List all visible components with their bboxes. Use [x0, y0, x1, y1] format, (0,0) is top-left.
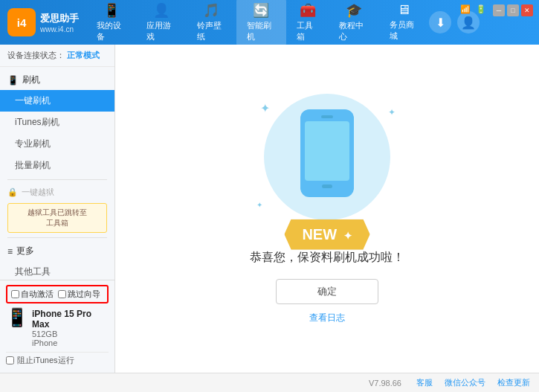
nav-item-toolbox[interactable]: 🧰 工具箱 [286, 0, 329, 46]
phone-home-button [322, 184, 332, 188]
nav-item-merchant[interactable]: 🖥 务员商城 [379, 0, 429, 46]
sidebar-item-batch-brush[interactable]: 批量刷机 [0, 155, 114, 176]
close-button[interactable]: ✕ [521, 4, 533, 16]
logo-text: 爱思助手 www.i4.cn [40, 12, 79, 33]
success-illustration: ✦ ✦ ✦ NEW ✦ [253, 94, 401, 250]
itunes-bar[interactable]: 阻止iTunes运行 [6, 352, 109, 368]
new-badge: NEW ✦ [284, 219, 369, 250]
sidebar-bottom: 自动激活 跳过向导 📱 iPhone 15 Pro Max 512GB iPho… [0, 280, 114, 373]
success-message: 恭喜您，保资料刷机成功啦！ [250, 250, 404, 266]
time-guide-checkbox[interactable] [58, 290, 66, 298]
nav-item-my-device[interactable]: 📱 我的设备 [86, 0, 136, 46]
itunes-checkbox[interactable] [6, 356, 14, 364]
device-status: 设备连接状态： 正常模式 [0, 45, 114, 67]
device-phone-icon: 📱 [6, 309, 28, 327]
jailbreak-notice: 越狱工具已跳转至工具箱 [7, 203, 107, 233]
device-storage: 512GB [32, 330, 109, 338]
brush-section-header[interactable]: 📱 刷机 [0, 70, 114, 90]
window-controls: 📶 🔋 ─ □ ✕ [460, 4, 533, 16]
log-link[interactable]: 查看日志 [309, 312, 345, 324]
phone-screen [305, 121, 349, 181]
main-nav: 📱 我的设备 👤 应用游戏 🎵 铃声壁纸 🔄 智能刷机 🧰 工具箱 🎓 教程中心… [86, 0, 429, 46]
device-type: iPhone [32, 338, 109, 347]
nav-item-ringtones[interactable]: 🎵 铃声壁纸 [187, 0, 236, 46]
device-info: 📱 iPhone 15 Pro Max 512GB iPhone [6, 307, 109, 349]
phone-camera [321, 115, 333, 118]
nav-item-apps-games[interactable]: 👤 应用游戏 [136, 0, 186, 46]
brush-section: 📱 刷机 一键刷机 iTunes刷机 专业刷机 批量刷机 [0, 67, 114, 176]
sparkle-top-left-icon: ✦ [260, 101, 270, 115]
sidebar-item-itunes-brush[interactable]: iTunes刷机 [0, 112, 114, 133]
sidebar-item-other-tools[interactable]: 其他工具 [0, 261, 114, 280]
device-name: iPhone 15 Pro Max [32, 309, 109, 330]
wifi-icon: 📶 [460, 4, 471, 16]
minimize-button[interactable]: ─ [493, 4, 505, 16]
sparkle-top-right-icon: ✦ [388, 107, 396, 118]
device-details: iPhone 15 Pro Max 512GB iPhone [32, 309, 109, 347]
sidebar: 设备连接状态： 正常模式 📱 刷机 一键刷机 iTunes刷机 专业刷机 批量刷… [0, 45, 115, 373]
sidebar-item-one-click-brush[interactable]: 一键刷机 [0, 90, 114, 112]
download-button[interactable]: ⬇ [429, 11, 451, 33]
footer: V7.98.66 客服 微信公众号 检查更新 [0, 373, 539, 392]
nav-item-smart-brush[interactable]: 🔄 智能刷机 [236, 0, 286, 46]
auto-activate-checkbox[interactable] [11, 290, 19, 298]
jailbreak-disabled-header: 🔒 一键越狱 [0, 183, 114, 202]
more-section: ≡ 更多 其他工具 下载固件 高级功能 [0, 241, 114, 280]
time-guide-label[interactable]: 跳过向导 [58, 289, 100, 300]
confirm-button[interactable]: 确定 [276, 279, 378, 304]
phone-circle-bg [264, 94, 390, 220]
app-logo: i4 爱思助手 www.i4.cn [7, 8, 79, 36]
sparkle-left-icon: ✦ [256, 201, 262, 209]
maximize-button[interactable]: □ [507, 4, 519, 16]
jailbreak-section: 🔒 一键越狱 越狱工具已跳转至工具箱 [0, 183, 114, 233]
footer-link-update[interactable]: 检查更新 [497, 377, 530, 388]
auto-activate-label[interactable]: 自动激活 [11, 289, 54, 300]
sidebar-item-pro-brush[interactable]: 专业刷机 [0, 133, 114, 155]
phone-body [300, 109, 354, 197]
more-section-header[interactable]: ≡ 更多 [0, 241, 114, 261]
footer-link-customer-service[interactable]: 客服 [416, 377, 433, 388]
auto-activate-row: 自动激活 跳过向导 [6, 285, 109, 303]
nav-item-tutorial[interactable]: 🎓 教程中心 [329, 0, 378, 46]
footer-version: V7.98.66 [369, 379, 401, 388]
battery-icon: 🔋 [476, 4, 486, 16]
logo-icon: i4 [7, 8, 36, 36]
main-content: ✦ ✦ ✦ NEW ✦ 恭喜您，保资料刷机成功啦！ 确定 查看日志 [115, 45, 539, 373]
footer-link-wechat[interactable]: 微信公众号 [445, 377, 485, 388]
